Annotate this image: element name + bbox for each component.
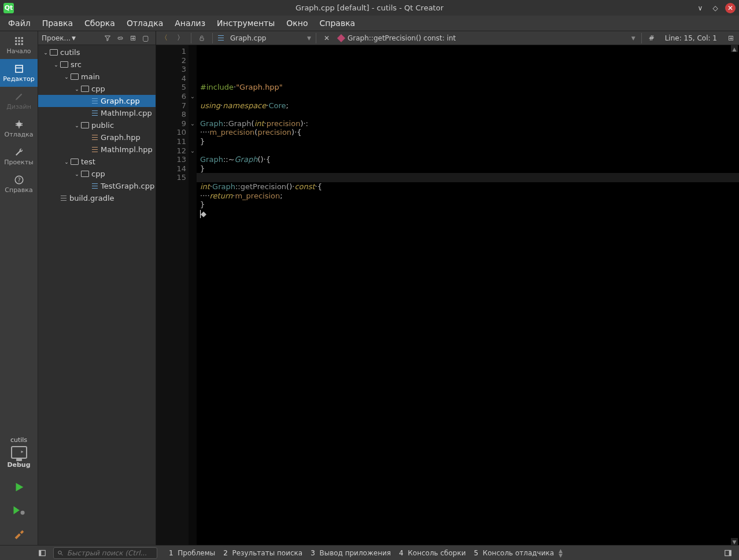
tree-item-cpp[interactable]: ⌄cpp <box>38 83 156 95</box>
target-project: cutils <box>10 436 27 444</box>
mode-selector: Начало Редактор Дизайн Отладка Проекты ?… <box>0 31 38 545</box>
output-pane-Консоль сборки[interactable]: 4 Консоль сборки <box>399 549 465 557</box>
file-dropdown-icon[interactable]: ▼ <box>307 35 311 41</box>
diamond-icon <box>337 34 345 42</box>
tree-item-label: test <box>81 157 95 166</box>
fold-marker <box>189 128 197 137</box>
close-doc-button[interactable]: ✕ <box>319 32 335 45</box>
close-button[interactable]: ✕ <box>725 3 736 13</box>
toggle-right-sidebar-button[interactable] <box>720 547 736 559</box>
tree-item-label: TestGraph.cpp <box>101 182 154 190</box>
tree-item-cutils[interactable]: ⌄cutils <box>38 46 156 58</box>
help-icon: ? <box>14 175 24 185</box>
build-button[interactable] <box>0 522 38 545</box>
minimize-button[interactable]: ∨ <box>695 3 705 13</box>
scroll-down-icon[interactable]: ▼ <box>731 538 738 545</box>
link-icon <box>117 35 124 42</box>
fold-marker[interactable]: ⌄ <box>189 92 197 101</box>
project-tree[interactable]: ⌄cutils⌄src⌄main⌄cppGraph.cppMathImpl.cp… <box>38 45 156 545</box>
line-number-gutter[interactable]: 123456789101112131415 <box>156 45 189 545</box>
toggle-left-sidebar-button[interactable] <box>35 547 50 559</box>
menu-window[interactable]: Окно <box>280 16 313 30</box>
tree-item-public[interactable]: ⌄public <box>38 119 156 131</box>
menu-build[interactable]: Сборка <box>79 16 121 30</box>
sidebar-view-selector[interactable]: Проек... ▼ <box>42 34 101 42</box>
split-editor-button[interactable]: ⊞ <box>723 32 739 45</box>
output-pane-Консоль отладчика[interactable]: 5 Консоль отладчика <box>474 549 554 557</box>
svg-text:?: ? <box>17 176 20 183</box>
output-pane-Проблемы[interactable]: 1 Проблемы <box>169 549 215 557</box>
mode-label: Проекты <box>4 159 34 166</box>
mode-welcome[interactable]: Начало <box>0 31 38 59</box>
twisty-icon[interactable]: ⌄ <box>73 86 81 92</box>
tree-item-Graph-hpp[interactable]: Graph.hpp <box>38 131 156 143</box>
bug-icon <box>14 119 24 130</box>
tree-item-MathImpl-hpp[interactable]: MathImpl.hpp <box>38 143 156 156</box>
run-button[interactable] <box>0 476 38 499</box>
menu-tools[interactable]: Инструменты <box>211 16 280 30</box>
close-pane-button[interactable]: ▢ <box>139 32 152 44</box>
mode-editor[interactable]: Редактор <box>0 59 38 87</box>
twisty-icon[interactable]: ⌄ <box>73 123 81 128</box>
twisty-icon[interactable]: ⌄ <box>52 62 60 68</box>
svg-rect-5 <box>21 40 23 42</box>
twisty-icon[interactable]: ⌄ <box>73 171 81 177</box>
pane-spin[interactable]: ▲▼ <box>559 548 563 558</box>
fold-column[interactable]: ⌄⌄⌄ <box>189 45 197 545</box>
link-button[interactable] <box>114 32 127 44</box>
run-debug-button[interactable] <box>0 499 38 522</box>
code-editor[interactable]: ▲ ▼ #include·"Graph.hpp"using·namespace·… <box>197 45 739 545</box>
nav-forward-button[interactable]: 〉 <box>172 32 189 45</box>
menu-edit[interactable]: Правка <box>36 16 79 30</box>
tree-item-main[interactable]: ⌄main <box>38 71 156 83</box>
fold-marker[interactable]: ⌄ <box>189 146 197 156</box>
fold-marker <box>189 83 197 92</box>
twisty-icon[interactable]: ⌄ <box>42 50 50 56</box>
hammer-icon <box>13 527 25 540</box>
hpp-file-icon <box>91 146 98 154</box>
mode-label: Начало <box>6 47 31 55</box>
output-pane-Результаты поиска[interactable]: 2 Результаты поиска <box>223 549 302 557</box>
mode-label: Отладка <box>5 131 34 138</box>
scroll-up-icon[interactable]: ▲ <box>731 45 738 52</box>
lock-button[interactable] <box>194 32 210 45</box>
symbol-dropdown-icon[interactable]: ▼ <box>631 35 635 41</box>
tree-item-build-gradle[interactable]: build.gradle <box>38 192 156 204</box>
menu-analyze[interactable]: Анализ <box>169 16 211 30</box>
menu-help[interactable]: Справка <box>314 16 361 30</box>
svg-rect-21 <box>200 38 204 40</box>
menu-debug[interactable]: Отладка <box>121 16 169 30</box>
twisty-icon[interactable]: ⌄ <box>62 159 71 165</box>
grid-icon <box>14 36 24 46</box>
twisty-icon[interactable]: ⌄ <box>62 74 71 80</box>
symbol-selector[interactable]: Graph::getPrecision() const: int ▼ <box>335 34 639 42</box>
filter-button[interactable] <box>101 32 114 44</box>
mode-projects[interactable]: Проекты <box>0 142 38 170</box>
menu-file[interactable]: Файл <box>2 16 36 30</box>
split-button[interactable]: ⊞ <box>127 32 139 44</box>
line-col-indicator[interactable]: Line: 15, Col: 1 <box>659 34 723 42</box>
locator-input[interactable] <box>67 549 153 557</box>
tree-item-MathImpl-cpp[interactable]: MathImpl.cpp <box>38 107 156 119</box>
mode-help[interactable]: ? Справка <box>0 170 38 198</box>
mode-debug[interactable]: Отладка <box>0 115 38 142</box>
menubar: Файл Правка Сборка Отладка Анализ Инстру… <box>0 16 739 31</box>
tree-item-test[interactable]: ⌄test <box>38 156 156 168</box>
output-pane-Вывод приложения[interactable]: 3 Вывод приложения <box>311 549 391 557</box>
pound-label: # <box>644 34 659 42</box>
open-file-tab[interactable]: Graph.cpp ▼ <box>215 34 313 42</box>
tree-item-Graph-cpp[interactable]: Graph.cpp <box>38 95 156 107</box>
fold-marker[interactable]: ⌄ <box>189 119 197 128</box>
svg-line-25 <box>61 554 63 555</box>
svg-rect-9 <box>16 65 23 72</box>
nav-back-button[interactable]: 〈 <box>156 32 172 45</box>
tree-item-TestGraph-cpp[interactable]: TestGraph.cpp <box>38 180 156 192</box>
wrench-icon <box>14 147 24 157</box>
locator-search[interactable] <box>53 547 157 559</box>
svg-rect-23 <box>39 550 42 555</box>
maximize-button[interactable]: ◇ <box>710 3 720 13</box>
tree-item-src[interactable]: ⌄src <box>38 58 156 71</box>
target-selector[interactable]: cutils ▸ Debug <box>0 434 38 476</box>
fold-marker <box>189 47 197 56</box>
tree-item-cpp[interactable]: ⌄cpp <box>38 168 156 180</box>
